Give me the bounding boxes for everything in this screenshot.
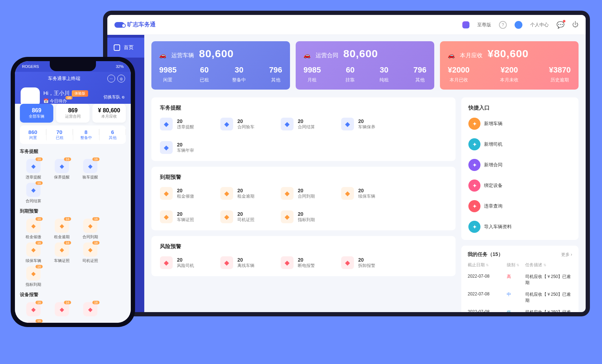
brand-text: 旷志车务通 <box>127 21 156 28</box>
phone-sub[interactable]: 860闲置 <box>20 129 47 140</box>
quick-新增车辆[interactable]: ✦新增车辆 <box>468 118 518 130</box>
alert-icon: ◆ <box>160 256 173 269</box>
phone-item-司机证照[interactable]: 16◆司机证照 <box>77 241 104 263</box>
todo-link[interactable]: 📅 今日待办16 <box>43 98 67 104</box>
task-row[interactable]: 2022-07-08中司机应收【￥250】已逾期 <box>468 289 572 306</box>
phone-item-合同到期[interactable]: 16◆合同到期 <box>77 217 104 240</box>
alert-车辆证照[interactable]: ◆20车辆证照 <box>160 210 206 223</box>
quick-绑定设备[interactable]: ✦绑定设备 <box>468 180 518 192</box>
tasks-panel: 我的任务（15） 更多 › 截止日期 级别 任务描述 2022-07-08高司机… <box>461 246 579 312</box>
reminds-title: 车务提醒 <box>160 105 447 111</box>
alert-指标到期[interactable]: ◆20指标到期 <box>281 210 327 223</box>
phone-item-指标到期[interactable]: 16◆指标到期 <box>20 265 47 287</box>
phone-item-租金催缴[interactable]: 16◆租金催缴 <box>20 217 47 240</box>
stat-item: 30纯租 <box>380 65 389 83</box>
mobile-app: ROGERS 32% 车务通掌上终端 ···◎ Hi，王小川体验版 📅 今日待办… <box>15 61 131 323</box>
col-deadline[interactable]: 截止日期 <box>468 262 502 268</box>
stat-card-0[interactable]: 🚗运营车辆80,6009985闲置60已租30整备中796其他 <box>151 41 290 90</box>
stat-item: 9985月租 <box>303 65 321 83</box>
quick-导入车辆资料[interactable]: ✦导入车辆资料 <box>468 221 518 233</box>
col-level[interactable]: 级别 <box>507 262 521 268</box>
phone-item-验车提醒[interactable]: 16◆验车提醒 <box>77 157 104 180</box>
phone-item-[interactable]: 16◆ <box>20 319 47 323</box>
alert-离线车辆[interactable]: ◆20离线车辆 <box>220 256 267 269</box>
quick-违章查询[interactable]: ✦违章查询 <box>468 200 518 212</box>
phone-sub[interactable]: 6其他 <box>100 129 126 140</box>
phone-item-合同结算[interactable]: 16◆合同结算 <box>20 181 47 204</box>
alert-icon: ◆ <box>220 187 233 200</box>
phone-item-违章提醒[interactable]: 16◆违章提醒 <box>20 157 47 180</box>
phone-item-icon: ◆ <box>83 159 97 173</box>
alert-租金催缴[interactable]: ◆20租金催缴 <box>160 187 206 200</box>
alert-司机证照[interactable]: ◆20司机证照 <box>220 210 267 223</box>
alert-风险司机[interactable]: ◆20风险司机 <box>160 256 206 269</box>
alert-icon: ◆ <box>220 118 233 130</box>
stat-item: 796其他 <box>413 65 426 83</box>
phone-item-车辆证照[interactable]: 16◆车辆证照 <box>48 241 75 263</box>
carrier: ROGERS <box>22 64 39 69</box>
phone-item-icon: ◆ <box>26 302 41 316</box>
phone-item-icon: ◆ <box>55 219 69 233</box>
quick-icon: ✦ <box>468 200 480 212</box>
phone-item-[interactable]: 16◆ <box>48 301 75 318</box>
phone-tab-0[interactable]: 869全部车辆 <box>20 104 53 123</box>
help-icon[interactable]: ? <box>499 21 507 29</box>
alert-租金逾期[interactable]: ◆20租金逾期 <box>220 187 267 200</box>
task-row[interactable]: 2022-07-08低司机应收【￥250】已逾期 <box>468 306 572 312</box>
phone-item-[interactable]: 16◆ <box>77 301 104 318</box>
message-icon[interactable]: 💬 <box>557 21 564 29</box>
nav-home[interactable]: 首页 <box>107 38 144 58</box>
stat-item: 60挂靠 <box>345 65 355 83</box>
quick-icon: ✦ <box>468 221 480 233</box>
tasks-more[interactable]: 更多 › <box>561 252 572 258</box>
phone-tab-2[interactable]: ¥ 80,600本月应收 <box>92 104 126 123</box>
risk-title: 风险预警 <box>160 243 447 250</box>
alert-违章提醒[interactable]: ◆20违章提醒 <box>160 118 206 130</box>
alert-icon: ◆ <box>160 210 173 223</box>
alert-icon: ◆ <box>160 118 173 130</box>
expire-title: 到期预警 <box>160 174 447 181</box>
phone-sub[interactable]: 70已租 <box>47 129 73 140</box>
version-icon <box>462 21 469 28</box>
phone-item-icon: ◆ <box>83 302 97 316</box>
quick-icon: ✦ <box>468 180 480 192</box>
alert-合同结算[interactable]: ◆20合同结算 <box>281 118 327 130</box>
task-row[interactable]: 2022-07-08高司机应收【￥250】已逾期 <box>468 271 572 289</box>
alert-合同验车[interactable]: ◆20合同验车 <box>220 118 267 130</box>
stat-card-2[interactable]: 🚗本月应收¥80,600¥2000本月已收¥200本月未收¥3870历史逾期 <box>440 41 579 90</box>
phone-subtabs: 860闲置70已租8整备中6其他 <box>20 125 126 144</box>
greeting: Hi，王小川 <box>43 90 70 97</box>
phone-sub[interactable]: 8整备中 <box>73 129 100 140</box>
stat-card-1[interactable]: 🚗运营合同80,6009985月租60挂靠30纯租796其他 <box>296 41 434 90</box>
quick-新增司机[interactable]: ✦新增司机 <box>468 138 518 150</box>
phone-sec1: 车务提醒 <box>20 148 126 155</box>
alert-合同到期[interactable]: ◆20合同到期 <box>281 187 327 200</box>
quick-新增合同[interactable]: ✦新增合同 <box>468 159 518 171</box>
alert-断电报警[interactable]: ◆20断电报警 <box>281 256 327 269</box>
alert-icon: ◆ <box>220 210 233 223</box>
switch-fleet[interactable]: 切换车队 ⊕ <box>103 94 125 100</box>
phone-item-icon: ◆ <box>55 159 69 173</box>
phone-tab-1[interactable]: 869运营合同 <box>56 104 90 123</box>
phone-item-保养提醒[interactable]: 16◆保养提醒 <box>48 157 75 180</box>
avatar[interactable] <box>515 21 522 29</box>
alert-拆卸报警[interactable]: ◆20拆卸报警 <box>341 256 387 269</box>
battery: 32% <box>116 64 124 69</box>
stat-item: 9985闲置 <box>159 65 177 83</box>
quick-title: 快捷入口 <box>468 105 571 111</box>
power-icon[interactable]: ⏻ <box>572 21 579 28</box>
phone-item-续保车辆[interactable]: 16◆续保车辆 <box>20 241 47 263</box>
phone-item-[interactable]: 16◆ <box>20 301 47 318</box>
stat-item: ¥200本月未收 <box>500 65 518 83</box>
col-desc[interactable]: 任务描述 <box>525 262 572 268</box>
app-logo: 旷志车务通 <box>114 21 156 28</box>
phone-item-租金逾期[interactable]: 16◆租金逾期 <box>48 217 75 240</box>
phone-menu[interactable]: ···◎ <box>107 75 125 82</box>
phone-title: 车务通掌上终端 <box>48 75 80 82</box>
user-center-link[interactable]: 个人中心 <box>530 22 549 28</box>
topbar: 旷志车务通 至尊版 ? 个人中心 💬 ⏻ <box>107 15 586 35</box>
alert-车辆年审[interactable]: ◆20车辆年审 <box>160 141 206 154</box>
alert-续保车辆[interactable]: ◆20续保车辆 <box>341 187 387 200</box>
quick-icon: ✦ <box>468 118 480 130</box>
alert-车辆保养[interactable]: ◆20车辆保养 <box>341 118 387 130</box>
